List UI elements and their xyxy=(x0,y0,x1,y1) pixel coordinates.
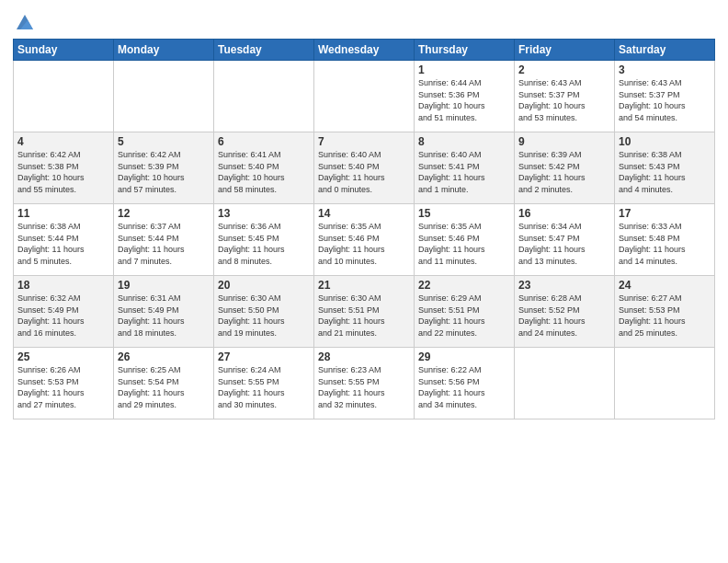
calendar-cell: 17Sunrise: 6:33 AM Sunset: 5:48 PM Dayli… xyxy=(615,204,715,276)
day-number: 22 xyxy=(418,279,510,292)
day-number: 8 xyxy=(418,135,510,148)
day-info: Sunrise: 6:42 AM Sunset: 5:38 PM Dayligh… xyxy=(17,150,85,194)
day-info: Sunrise: 6:26 AM Sunset: 5:53 PM Dayligh… xyxy=(17,365,85,409)
calendar-cell xyxy=(615,348,715,419)
calendar-cell: 14Sunrise: 6:35 AM Sunset: 5:46 PM Dayli… xyxy=(314,204,415,276)
day-info: Sunrise: 6:39 AM Sunset: 5:42 PM Dayligh… xyxy=(518,150,586,194)
day-number: 19 xyxy=(118,279,210,292)
day-info: Sunrise: 6:22 AM Sunset: 5:56 PM Dayligh… xyxy=(418,365,485,409)
header-area xyxy=(13,9,715,33)
logo xyxy=(13,13,35,33)
calendar-cell: 18Sunrise: 6:32 AM Sunset: 5:49 PM Dayli… xyxy=(14,276,114,348)
calendar-cell: 4Sunrise: 6:42 AM Sunset: 5:38 PM Daylig… xyxy=(14,132,114,204)
calendar-week-row: 1Sunrise: 6:44 AM Sunset: 5:36 PM Daylig… xyxy=(14,61,715,132)
day-info: Sunrise: 6:43 AM Sunset: 5:37 PM Dayligh… xyxy=(619,78,686,122)
calendar-cell: 3Sunrise: 6:43 AM Sunset: 5:37 PM Daylig… xyxy=(615,61,715,132)
day-number: 9 xyxy=(518,135,610,148)
calendar-cell xyxy=(114,61,214,132)
day-number: 3 xyxy=(619,63,711,76)
calendar-cell: 7Sunrise: 6:40 AM Sunset: 5:40 PM Daylig… xyxy=(314,132,415,204)
day-number: 11 xyxy=(17,207,109,220)
calendar-cell: 1Sunrise: 6:44 AM Sunset: 5:36 PM Daylig… xyxy=(415,61,515,132)
calendar-week-row: 25Sunrise: 6:26 AM Sunset: 5:53 PM Dayli… xyxy=(14,348,715,419)
calendar-cell: 16Sunrise: 6:34 AM Sunset: 5:47 PM Dayli… xyxy=(515,204,615,276)
day-info: Sunrise: 6:38 AM Sunset: 5:44 PM Dayligh… xyxy=(17,222,85,266)
day-info: Sunrise: 6:30 AM Sunset: 5:50 PM Dayligh… xyxy=(218,293,285,338)
day-number: 2 xyxy=(518,63,610,76)
day-info: Sunrise: 6:32 AM Sunset: 5:49 PM Dayligh… xyxy=(17,293,85,338)
calendar-cell: 23Sunrise: 6:28 AM Sunset: 5:52 PM Dayli… xyxy=(515,276,615,348)
day-number: 4 xyxy=(17,135,109,148)
day-number: 21 xyxy=(318,279,410,292)
day-header-cell: Sunday xyxy=(14,40,114,61)
calendar-cell: 22Sunrise: 6:29 AM Sunset: 5:51 PM Dayli… xyxy=(415,276,515,348)
day-info: Sunrise: 6:38 AM Sunset: 5:43 PM Dayligh… xyxy=(619,150,686,194)
calendar-cell: 6Sunrise: 6:41 AM Sunset: 5:40 PM Daylig… xyxy=(214,132,314,204)
day-info: Sunrise: 6:30 AM Sunset: 5:51 PM Dayligh… xyxy=(318,293,385,338)
day-number: 29 xyxy=(418,350,510,363)
day-number: 28 xyxy=(318,350,410,363)
day-info: Sunrise: 6:34 AM Sunset: 5:47 PM Dayligh… xyxy=(518,222,586,266)
day-info: Sunrise: 6:25 AM Sunset: 5:54 PM Dayligh… xyxy=(118,365,185,409)
day-info: Sunrise: 6:28 AM Sunset: 5:52 PM Dayligh… xyxy=(518,293,586,338)
calendar-cell xyxy=(314,61,415,132)
calendar-cell: 24Sunrise: 6:27 AM Sunset: 5:53 PM Dayli… xyxy=(615,276,715,348)
day-number: 12 xyxy=(118,207,210,220)
day-info: Sunrise: 6:43 AM Sunset: 5:37 PM Dayligh… xyxy=(518,78,586,122)
calendar-cell xyxy=(515,348,615,419)
calendar-cell: 9Sunrise: 6:39 AM Sunset: 5:42 PM Daylig… xyxy=(515,132,615,204)
calendar-cell: 8Sunrise: 6:40 AM Sunset: 5:41 PM Daylig… xyxy=(415,132,515,204)
day-number: 23 xyxy=(518,279,610,292)
logo-icon xyxy=(15,13,35,33)
calendar-cell: 2Sunrise: 6:43 AM Sunset: 5:37 PM Daylig… xyxy=(515,61,615,132)
day-number: 25 xyxy=(17,350,109,363)
day-header-row: SundayMondayTuesdayWednesdayThursdayFrid… xyxy=(14,40,715,61)
day-number: 26 xyxy=(118,350,210,363)
day-header-cell: Monday xyxy=(114,40,214,61)
calendar-table: SundayMondayTuesdayWednesdayThursdayFrid… xyxy=(13,39,715,419)
calendar-cell: 10Sunrise: 6:38 AM Sunset: 5:43 PM Dayli… xyxy=(615,132,715,204)
day-number: 14 xyxy=(318,207,410,220)
day-header-cell: Saturday xyxy=(615,40,715,61)
day-info: Sunrise: 6:24 AM Sunset: 5:55 PM Dayligh… xyxy=(218,365,285,409)
calendar-cell xyxy=(14,61,114,132)
day-number: 20 xyxy=(218,279,310,292)
calendar-cell: 5Sunrise: 6:42 AM Sunset: 5:39 PM Daylig… xyxy=(114,132,214,204)
day-number: 18 xyxy=(17,279,109,292)
day-number: 7 xyxy=(318,135,410,148)
day-info: Sunrise: 6:37 AM Sunset: 5:44 PM Dayligh… xyxy=(118,222,185,266)
calendar-cell: 15Sunrise: 6:35 AM Sunset: 5:46 PM Dayli… xyxy=(415,204,515,276)
day-info: Sunrise: 6:41 AM Sunset: 5:40 PM Dayligh… xyxy=(218,150,285,194)
day-number: 17 xyxy=(619,207,711,220)
day-header-cell: Wednesday xyxy=(314,40,415,61)
day-number: 16 xyxy=(518,207,610,220)
calendar-cell: 20Sunrise: 6:30 AM Sunset: 5:50 PM Dayli… xyxy=(214,276,314,348)
calendar-cell: 11Sunrise: 6:38 AM Sunset: 5:44 PM Dayli… xyxy=(14,204,114,276)
day-info: Sunrise: 6:36 AM Sunset: 5:45 PM Dayligh… xyxy=(218,222,285,266)
page: SundayMondayTuesdayWednesdayThursdayFrid… xyxy=(0,0,728,563)
day-header-cell: Friday xyxy=(515,40,615,61)
calendar-cell: 19Sunrise: 6:31 AM Sunset: 5:49 PM Dayli… xyxy=(114,276,214,348)
calendar-cell xyxy=(214,61,314,132)
calendar-week-row: 11Sunrise: 6:38 AM Sunset: 5:44 PM Dayli… xyxy=(14,204,715,276)
day-header-cell: Thursday xyxy=(415,40,515,61)
calendar-cell: 28Sunrise: 6:23 AM Sunset: 5:55 PM Dayli… xyxy=(314,348,415,419)
day-info: Sunrise: 6:35 AM Sunset: 5:46 PM Dayligh… xyxy=(318,222,385,266)
calendar-week-row: 18Sunrise: 6:32 AM Sunset: 5:49 PM Dayli… xyxy=(14,276,715,348)
day-info: Sunrise: 6:27 AM Sunset: 5:53 PM Dayligh… xyxy=(619,293,686,338)
calendar-cell: 29Sunrise: 6:22 AM Sunset: 5:56 PM Dayli… xyxy=(415,348,515,419)
calendar-cell: 21Sunrise: 6:30 AM Sunset: 5:51 PM Dayli… xyxy=(314,276,415,348)
day-info: Sunrise: 6:29 AM Sunset: 5:51 PM Dayligh… xyxy=(418,293,485,338)
calendar-week-row: 4Sunrise: 6:42 AM Sunset: 5:38 PM Daylig… xyxy=(14,132,715,204)
day-info: Sunrise: 6:31 AM Sunset: 5:49 PM Dayligh… xyxy=(118,293,185,338)
calendar-cell: 13Sunrise: 6:36 AM Sunset: 5:45 PM Dayli… xyxy=(214,204,314,276)
calendar-cell: 26Sunrise: 6:25 AM Sunset: 5:54 PM Dayli… xyxy=(114,348,214,419)
calendar-cell: 25Sunrise: 6:26 AM Sunset: 5:53 PM Dayli… xyxy=(14,348,114,419)
day-number: 27 xyxy=(218,350,310,363)
day-number: 13 xyxy=(218,207,310,220)
day-info: Sunrise: 6:35 AM Sunset: 5:46 PM Dayligh… xyxy=(418,222,485,266)
day-number: 15 xyxy=(418,207,510,220)
day-number: 24 xyxy=(619,279,711,292)
day-info: Sunrise: 6:33 AM Sunset: 5:48 PM Dayligh… xyxy=(619,222,686,266)
day-info: Sunrise: 6:44 AM Sunset: 5:36 PM Dayligh… xyxy=(418,78,485,122)
